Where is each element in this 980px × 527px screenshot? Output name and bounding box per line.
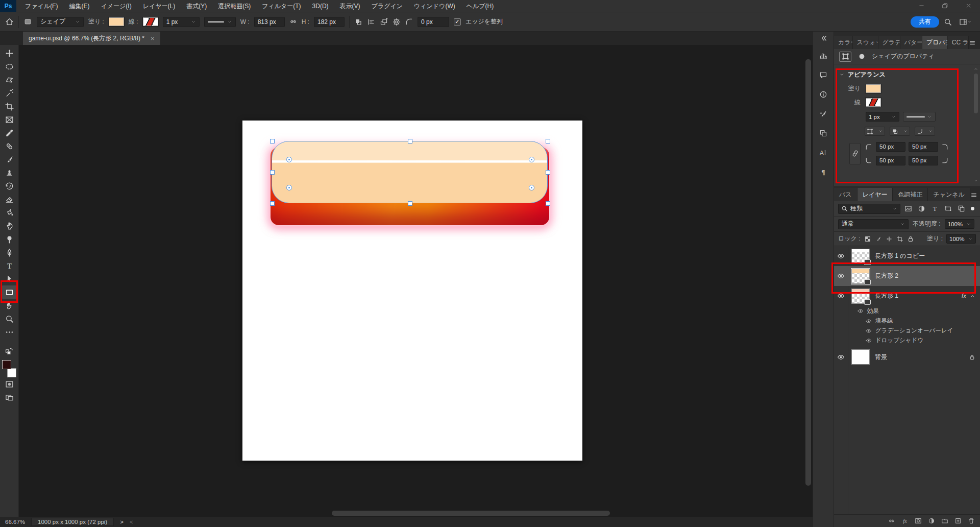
link-layers-button[interactable] <box>888 517 895 524</box>
layer-style-button[interactable]: fx <box>901 517 909 524</box>
panel-tab-2[interactable]: グラデー <box>878 36 900 49</box>
stroke-cap-select[interactable] <box>890 127 910 136</box>
menu-item-5[interactable]: 選択範囲(S) <box>212 0 256 12</box>
effect-eye-icon[interactable] <box>866 338 872 344</box>
healing-brush-tool[interactable] <box>2 139 17 153</box>
align-edges-checkbox[interactable]: ✓ <box>454 18 461 26</box>
comment-button[interactable] <box>813 67 834 83</box>
visibility-eye-icon[interactable] <box>834 292 848 300</box>
background-color-swatch[interactable] <box>7 368 16 377</box>
filter-smart-object-icon[interactable] <box>956 204 967 214</box>
character-panel-button[interactable]: A <box>813 145 834 160</box>
menu-item-4[interactable]: 書式(Y) <box>181 0 212 12</box>
brush-settings-button[interactable] <box>813 106 834 122</box>
menu-item-10[interactable]: ウィンドウ(W) <box>408 0 461 12</box>
filter-toggle-icon[interactable] <box>969 204 976 214</box>
magic-wand-tool[interactable] <box>2 86 17 100</box>
home-icon[interactable] <box>5 17 14 26</box>
type-tool[interactable]: T <box>2 259 17 272</box>
effect-eye-icon[interactable] <box>866 328 872 334</box>
radius-widget-bottom-left[interactable] <box>286 185 292 190</box>
lock-artboard-icon[interactable] <box>896 235 903 243</box>
stroke-swatch[interactable] <box>143 17 158 26</box>
histogram-button[interactable] <box>813 48 834 63</box>
effect-eye-icon[interactable] <box>857 308 864 314</box>
hand-tool[interactable] <box>2 299 17 312</box>
panel-tab-0[interactable]: カラー <box>834 36 853 49</box>
handle-top-left[interactable] <box>270 139 275 143</box>
layer-row[interactable]: 背景 <box>834 347 980 367</box>
tool-mode-select[interactable]: シェイプ <box>37 17 84 27</box>
corner-radius-field[interactable]: 0 px <box>418 17 449 27</box>
panel-tab-1[interactable]: スウォッチ <box>853 36 878 49</box>
panel-tab-5[interactable]: CC ライ <box>948 36 969 49</box>
panel-tab-4[interactable]: プロパティ <box>922 36 948 49</box>
menu-item-6[interactable]: フィルター(T) <box>256 0 306 12</box>
layer-fill-field[interactable]: 100% <box>946 234 976 244</box>
layer-filter-select[interactable]: 種類 <box>838 204 900 214</box>
foreground-color-swatch[interactable] <box>2 360 11 369</box>
selected-shape[interactable] <box>272 141 548 203</box>
effect-row[interactable]: グラデーションオーバーレイ <box>834 326 980 336</box>
gear-icon[interactable] <box>393 18 401 26</box>
layers-panel-menu-icon[interactable] <box>970 191 977 201</box>
props-stroke-width-field[interactable]: 1 px <box>866 112 899 122</box>
horizontal-scrollbar[interactable] <box>332 511 610 516</box>
layer-row[interactable]: 長方形 1 のコピー <box>834 246 980 266</box>
document-tab[interactable]: game-ui.psd @ 66.7% (長方形 2, RGB/8) * × <box>23 32 160 45</box>
path-arrange-icon[interactable] <box>380 18 388 26</box>
filter-shape-icon[interactable] <box>943 204 953 214</box>
menu-item-0[interactable]: ファイル(F) <box>19 0 63 12</box>
close-tab-icon[interactable]: × <box>151 35 155 42</box>
radius-bottom-right-field[interactable]: 50 px <box>909 156 938 165</box>
props-stroke-style-select[interactable] <box>903 112 936 122</box>
new-layer-button[interactable] <box>954 517 962 524</box>
clone-stamp-tool[interactable] <box>2 166 17 179</box>
layer-row[interactable]: 長方形 1fx <box>834 286 980 306</box>
tool-preset-icon[interactable] <box>23 17 32 26</box>
layers-tab-1[interactable]: レイヤー <box>857 188 893 201</box>
handle-bottom-right[interactable] <box>546 201 550 206</box>
handle-mid-right[interactable] <box>546 170 550 175</box>
panel-menu-icon[interactable] <box>969 39 976 49</box>
add-mask-button[interactable] <box>915 517 922 524</box>
search-icon[interactable] <box>944 18 952 26</box>
visibility-eye-icon[interactable] <box>834 252 848 260</box>
status-prev-icon[interactable]: < <box>130 519 133 525</box>
canvas-area[interactable] <box>19 45 813 517</box>
close-button[interactable] <box>957 0 980 12</box>
blend-mode-select[interactable]: 通常 <box>838 219 909 229</box>
adjustment-layer-button[interactable] <box>928 517 935 524</box>
artboard[interactable] <box>242 121 582 461</box>
crop-tool[interactable] <box>2 100 17 113</box>
menu-item-9[interactable]: プラグイン <box>366 0 408 12</box>
menu-item-2[interactable]: イメージ(I) <box>95 0 137 12</box>
status-next-icon[interactable]: > <box>120 519 124 525</box>
visibility-eye-icon[interactable] <box>834 272 848 280</box>
layers-tab-0[interactable]: パス <box>834 188 857 201</box>
layer-thumbnail[interactable] <box>851 349 870 365</box>
effect-row[interactable]: ドロップシャドウ <box>834 336 980 345</box>
link-radii-icon[interactable] <box>849 143 861 164</box>
filter-type-icon[interactable]: T <box>929 204 940 214</box>
link-dimensions-icon[interactable] <box>289 18 297 26</box>
swap-colors-tool[interactable] <box>2 344 17 357</box>
rectangle-tool[interactable] <box>2 285 17 299</box>
info-button[interactable] <box>813 87 834 102</box>
stroke-width-field[interactable]: 1 px <box>163 17 200 27</box>
layer-thumbnail[interactable] <box>851 269 870 284</box>
lock-paint-icon[interactable] <box>875 235 882 243</box>
effect-eye-icon[interactable] <box>866 318 872 324</box>
layers-tab-2[interactable]: 色調補正 <box>893 188 928 201</box>
properties-scrollbar[interactable] <box>973 66 979 183</box>
layers-tab-3[interactable]: チャンネル <box>928 188 970 201</box>
workspace-icon[interactable] <box>959 18 972 26</box>
menu-item-3[interactable]: レイヤー(L) <box>137 0 181 12</box>
paint-bucket-tool[interactable] <box>2 206 17 219</box>
menu-item-11[interactable]: ヘルプ(H) <box>461 0 500 12</box>
filter-image-icon[interactable] <box>903 204 914 214</box>
stroke-style-select[interactable] <box>204 17 236 27</box>
group-button[interactable] <box>941 517 948 524</box>
minimize-button[interactable] <box>910 0 933 12</box>
restore-button[interactable] <box>933 0 957 12</box>
